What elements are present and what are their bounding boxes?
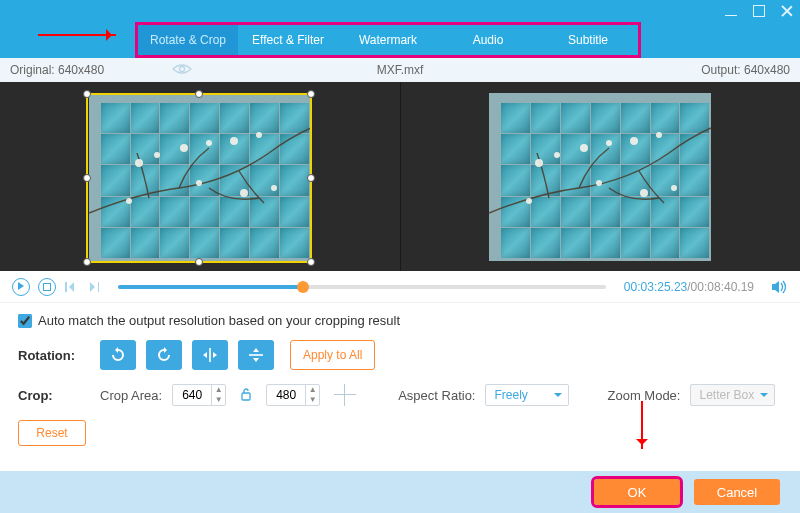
output-image <box>489 93 711 261</box>
annotation-arrow-tabs <box>38 34 116 36</box>
svg-point-15 <box>630 137 638 145</box>
seek-slider[interactable] <box>118 285 606 289</box>
svg-point-12 <box>554 152 560 158</box>
original-pane[interactable] <box>0 82 401 271</box>
output-pane <box>401 82 801 271</box>
svg-rect-22 <box>249 354 263 356</box>
rotation-label: Rotation: <box>18 348 90 363</box>
crop-height-down[interactable]: ▼ <box>306 395 319 405</box>
crop-width-down[interactable]: ▼ <box>212 395 225 405</box>
titlebar <box>0 0 800 22</box>
tab-subtitle[interactable]: Subtitle <box>538 25 638 55</box>
playback-controls: 00:03:25.23/00:08:40.19 <box>0 271 800 303</box>
flip-vertical-button[interactable] <box>238 340 274 370</box>
footer: OK Cancel <box>0 471 800 513</box>
output-resolution: Output: 640x480 <box>701 63 790 77</box>
crop-label: Crop: <box>18 388 90 403</box>
stop-button[interactable] <box>38 278 56 296</box>
preview-eye-icon[interactable] <box>172 63 192 78</box>
tab-audio[interactable]: Audio <box>438 25 538 55</box>
crop-height-input[interactable] <box>267 388 305 402</box>
crop-width-field[interactable]: ▲▼ <box>172 384 226 406</box>
next-frame-button[interactable] <box>86 280 100 294</box>
rotate-right-button[interactable] <box>146 340 182 370</box>
zoom-mode-label: Zoom Mode: <box>607 388 680 403</box>
aspect-ratio-label: Aspect Ratio: <box>398 388 475 403</box>
svg-point-20 <box>526 198 532 204</box>
svg-point-11 <box>535 159 543 167</box>
svg-point-0 <box>180 66 185 71</box>
svg-rect-21 <box>209 348 211 362</box>
time-current: 00:03:25.23 <box>624 280 687 294</box>
cancel-button[interactable]: Cancel <box>694 479 780 505</box>
svg-rect-23 <box>242 393 250 400</box>
rotate-left-button[interactable] <box>100 340 136 370</box>
tab-highlight-box: Rotate & Crop Effect & Filter Watermark … <box>135 22 641 58</box>
crop-height-field[interactable]: ▲▼ <box>266 384 320 406</box>
annotation-arrow-ok <box>641 401 643 449</box>
volume-icon[interactable] <box>770 278 788 296</box>
zoom-mode-select[interactable]: Letter Box <box>690 384 775 406</box>
svg-point-19 <box>671 185 677 191</box>
seek-thumb[interactable] <box>297 281 309 293</box>
center-crop-button[interactable] <box>334 384 356 406</box>
original-resolution: Original: 640x480 <box>10 63 104 77</box>
editor-panel: Auto match the output resolution based o… <box>0 303 800 456</box>
filename: MXF.mxf <box>377 63 424 77</box>
svg-point-16 <box>656 132 662 138</box>
prev-frame-button[interactable] <box>64 280 78 294</box>
auto-match-label: Auto match the output resolution based o… <box>38 313 400 328</box>
crop-height-up[interactable]: ▲ <box>306 385 319 395</box>
flip-horizontal-button[interactable] <box>192 340 228 370</box>
crop-width-input[interactable] <box>173 388 211 402</box>
svg-point-18 <box>640 189 648 197</box>
time-total: /00:08:40.19 <box>687 280 754 294</box>
rotation-row: Rotation: Apply to All <box>18 340 782 370</box>
aspect-lock-icon[interactable] <box>240 387 252 404</box>
maximize-icon[interactable] <box>752 4 766 18</box>
crop-row: Crop: Crop Area: ▲▼ ▲▼ Aspect Ratio: Fre… <box>18 384 782 406</box>
tab-rotate-crop[interactable]: Rotate & Crop <box>138 25 238 55</box>
close-icon[interactable] <box>780 4 794 18</box>
svg-point-13 <box>580 144 588 152</box>
ok-button[interactable]: OK <box>594 479 680 505</box>
crop-width-up[interactable]: ▲ <box>212 385 225 395</box>
auto-match-checkbox[interactable] <box>18 314 32 328</box>
svg-point-17 <box>596 180 602 186</box>
auto-match-row: Auto match the output resolution based o… <box>18 313 782 328</box>
crop-frame[interactable] <box>86 93 312 263</box>
svg-point-14 <box>606 140 612 146</box>
timecode: 00:03:25.23/00:08:40.19 <box>624 280 754 294</box>
tab-watermark[interactable]: Watermark <box>338 25 438 55</box>
info-bar: Original: 640x480 MXF.mxf Output: 640x48… <box>0 58 800 82</box>
crop-area-label: Crop Area: <box>100 388 162 403</box>
reset-button[interactable]: Reset <box>18 420 86 446</box>
tab-bar: Rotate & Crop Effect & Filter Watermark … <box>0 22 800 58</box>
play-button[interactable] <box>12 278 30 296</box>
minimize-icon[interactable] <box>724 4 738 18</box>
aspect-ratio-select[interactable]: Freely <box>485 384 569 406</box>
preview-area <box>0 82 800 271</box>
apply-to-all-button[interactable]: Apply to All <box>290 340 375 370</box>
seek-fill <box>118 285 303 289</box>
tab-effect-filter[interactable]: Effect & Filter <box>238 25 338 55</box>
